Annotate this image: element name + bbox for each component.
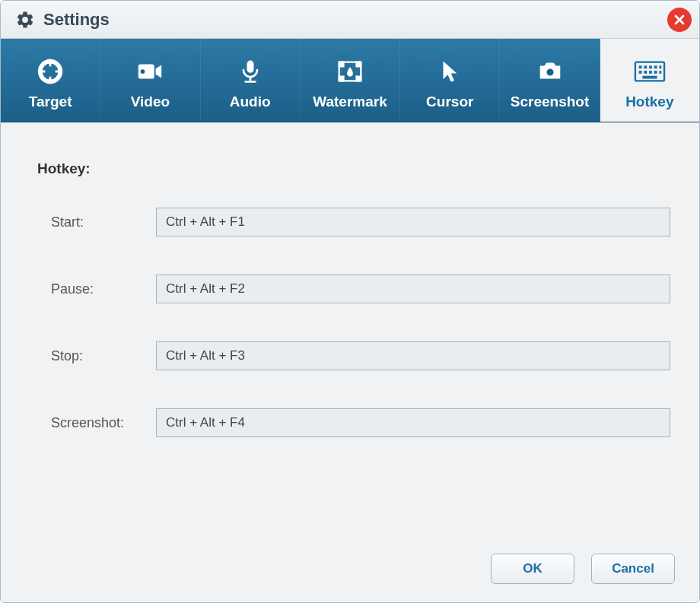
tab-label: Watermark (313, 94, 387, 110)
keyboard-icon (634, 56, 666, 87)
tab-label: Video (131, 94, 170, 110)
microphone-icon (234, 56, 266, 87)
svg-rect-18 (639, 65, 642, 68)
field-row-start: Start: (51, 208, 670, 236)
input-stop-hotkey[interactable] (156, 341, 670, 370)
cancel-button[interactable]: Cancel (591, 554, 675, 584)
tab-label: Screenshot (511, 94, 589, 110)
svg-rect-28 (642, 75, 657, 78)
svg-rect-21 (654, 65, 657, 68)
input-start-hotkey[interactable] (156, 208, 670, 236)
svg-rect-7 (247, 60, 253, 72)
label-pause: Pause: (51, 281, 156, 297)
watermark-icon (334, 56, 366, 87)
tab-label: Target (29, 94, 72, 110)
section-heading: Hotkey: (37, 160, 670, 177)
tab-label: Cursor (426, 94, 473, 110)
tab-audio[interactable]: Audio (201, 39, 301, 122)
svg-rect-14 (357, 76, 361, 81)
tab-label: Hotkey (625, 94, 673, 110)
field-row-screenshot: Screenshot: (51, 408, 670, 437)
svg-rect-27 (659, 71, 661, 74)
svg-rect-25 (649, 71, 652, 74)
svg-point-6 (141, 69, 145, 74)
label-stop: Stop: (51, 348, 156, 364)
panel-hotkey: Hotkey: Start: Pause: Stop: Screenshot: (1, 122, 699, 541)
svg-rect-20 (649, 65, 652, 68)
svg-rect-19 (644, 65, 647, 68)
settings-window: Settings Target (0, 0, 700, 603)
target-icon (34, 56, 66, 87)
cursor-icon (434, 56, 466, 87)
svg-rect-23 (639, 71, 642, 74)
gear-icon (14, 9, 36, 30)
tab-cursor[interactable]: Cursor (400, 39, 500, 122)
tab-screenshot[interactable]: Screenshot (500, 39, 600, 122)
field-row-stop: Stop: (51, 341, 670, 370)
tabbar: Target Video Audio (1, 39, 699, 122)
input-screenshot-hotkey[interactable] (156, 408, 670, 437)
window-title: Settings (43, 10, 667, 30)
video-icon (134, 56, 166, 87)
close-icon (672, 12, 687, 27)
svg-rect-22 (659, 65, 661, 68)
tab-label: Audio (230, 94, 271, 110)
footer: OK Cancel (1, 541, 699, 602)
tab-video[interactable]: Video (100, 39, 200, 122)
svg-rect-11 (339, 62, 344, 66)
svg-rect-26 (654, 71, 657, 74)
label-start: Start: (51, 214, 156, 230)
tab-watermark[interactable]: Watermark (301, 39, 400, 122)
camera-icon (534, 56, 566, 87)
svg-rect-24 (644, 71, 647, 74)
titlebar: Settings (1, 1, 699, 39)
field-row-pause: Pause: (51, 275, 670, 303)
ok-button[interactable]: OK (491, 554, 574, 584)
label-screenshot: Screenshot: (51, 415, 156, 431)
tab-hotkey[interactable]: Hotkey (600, 39, 699, 122)
input-pause-hotkey[interactable] (156, 275, 670, 303)
tab-target[interactable]: Target (1, 39, 100, 122)
svg-rect-12 (357, 62, 361, 66)
svg-rect-13 (339, 76, 344, 81)
close-button[interactable] (667, 8, 692, 32)
